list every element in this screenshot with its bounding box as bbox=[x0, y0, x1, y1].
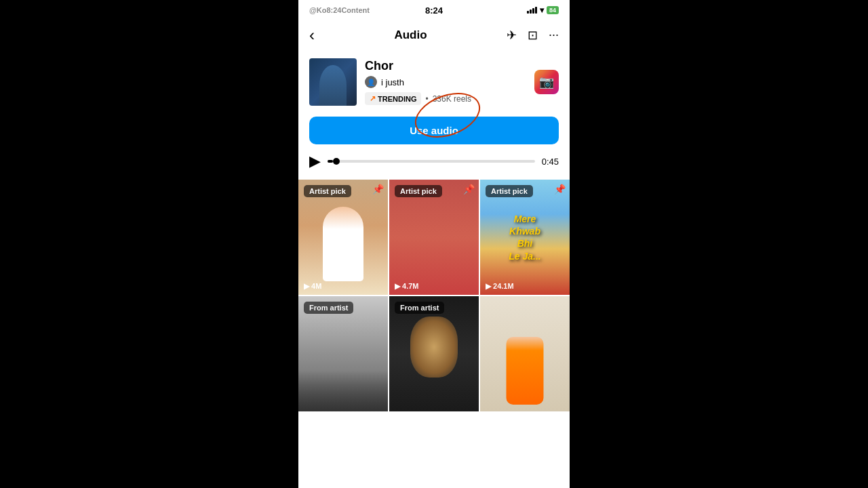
signal-icon bbox=[527, 7, 537, 14]
video-cell-3[interactable]: MereKhwabBhiLe Ja... Artist pick 📌 ▶ 24.… bbox=[480, 180, 570, 295]
play-button[interactable]: ▶ bbox=[309, 152, 321, 170]
view-count-2: ▶ 4.7M bbox=[395, 282, 419, 291]
track-artist-row: 👤 i justh bbox=[365, 76, 526, 88]
video-cell-1[interactable]: Artist pick 📌 ▶ 4M bbox=[298, 180, 388, 295]
battery-indicator: 84 bbox=[547, 6, 559, 14]
pin-icon-3: 📌 bbox=[554, 184, 566, 195]
artist-pick-badge-1: Artist pick bbox=[304, 185, 351, 197]
header-actions: ✈ ⊡ ··· bbox=[507, 28, 559, 43]
from-artist-badge-1: From artist bbox=[304, 302, 353, 314]
trending-arrow-icon: ↗ bbox=[370, 94, 376, 103]
audio-player: ▶ 0:45 bbox=[298, 152, 570, 180]
face-thumbnail bbox=[410, 317, 458, 378]
share-button[interactable]: ✈ bbox=[507, 28, 517, 43]
track-meta: ↗ TRENDING • 336K reels bbox=[365, 92, 526, 105]
reel-count: • bbox=[425, 94, 428, 104]
audience-thumbnail bbox=[298, 371, 388, 411]
save-button[interactable]: ⊡ bbox=[528, 28, 538, 43]
video-cell-2[interactable]: Artist pick 📌 ▶ 4.7M bbox=[389, 180, 479, 295]
video-cell-5[interactable]: From artist bbox=[389, 296, 479, 411]
artist-pick-badge-2: Artist pick bbox=[395, 185, 442, 197]
status-icons: ▾ 84 bbox=[527, 5, 559, 15]
artist-pick-badge-3: Artist pick bbox=[486, 185, 533, 197]
time-display: 8:24 bbox=[425, 5, 443, 16]
instagram-button[interactable]: 📷 bbox=[534, 70, 559, 94]
status-bar: @Ko8:24Content 8:24 ▾ 84 bbox=[298, 0, 570, 20]
back-button[interactable]: ‹ bbox=[309, 26, 315, 45]
video-cell-4[interactable]: From artist bbox=[298, 296, 388, 411]
track-details: Chor 👤 i justh ↗ TRENDING • 336K reels bbox=[365, 59, 526, 105]
handle-text: @Ko8:24Content bbox=[309, 6, 370, 14]
progress-fill bbox=[328, 160, 333, 163]
trending-label: TRENDING bbox=[378, 95, 416, 103]
video-text-overlay: MereKhwabBhiLe Ja... bbox=[485, 213, 566, 262]
reel-count-value: 336K reels bbox=[433, 94, 471, 104]
navigation-header: ‹ Audio ✈ ⊡ ··· bbox=[298, 20, 570, 50]
view-count-3: ▶ 24.1M bbox=[486, 282, 514, 291]
page-title: Audio bbox=[394, 28, 427, 42]
trending-badge: ↗ TRENDING bbox=[365, 92, 421, 105]
video-cell-6[interactable] bbox=[480, 296, 570, 411]
wifi-icon: ▾ bbox=[540, 5, 544, 15]
thumbnail-figure bbox=[323, 207, 363, 281]
phone-frame: @Ko8:24Content 8:24 ▾ 84 ‹ Audio ✈ ⊡ ··· bbox=[298, 0, 570, 488]
progress-bar[interactable] bbox=[328, 160, 535, 163]
artist-avatar: 👤 bbox=[365, 76, 377, 88]
thumbnail-person bbox=[319, 65, 347, 106]
pin-icon-2: 📌 bbox=[463, 184, 475, 195]
more-button[interactable]: ··· bbox=[549, 28, 559, 43]
track-info: Chor 👤 i justh ↗ TRENDING • 336K reels 📷 bbox=[298, 50, 570, 114]
track-name: Chor bbox=[365, 59, 526, 73]
track-thumbnail bbox=[309, 58, 357, 106]
from-artist-badge-2: From artist bbox=[395, 302, 444, 314]
pin-icon-1: 📌 bbox=[372, 184, 384, 195]
view-count-1: ▶ 4M bbox=[304, 282, 321, 291]
video-grid: Artist pick 📌 ▶ 4M Artist pick 📌 ▶ 4.7M … bbox=[298, 180, 570, 411]
dance-thumbnail bbox=[507, 337, 544, 405]
progress-dot bbox=[333, 158, 340, 165]
use-audio-button[interactable]: Use audio bbox=[309, 117, 559, 144]
instagram-icon: 📷 bbox=[539, 75, 554, 89]
artist-name: i justh bbox=[381, 77, 404, 87]
duration-label: 0:45 bbox=[542, 157, 559, 167]
